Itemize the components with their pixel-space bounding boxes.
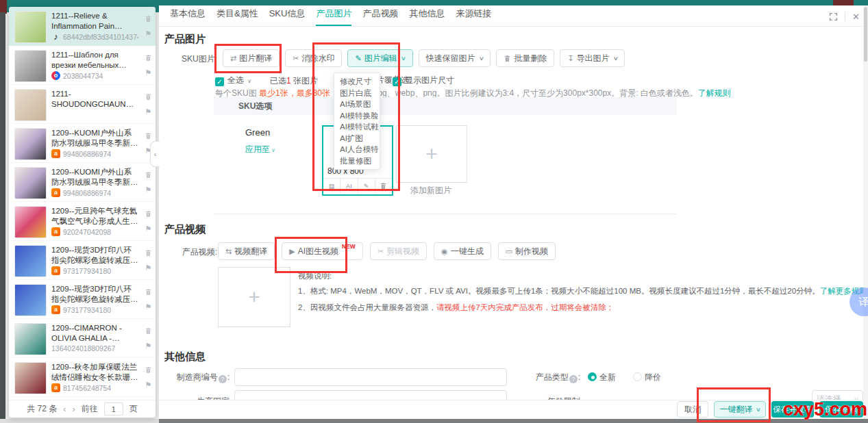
delete-icon[interactable]: [145, 169, 152, 181]
delete-icon[interactable]: [145, 364, 152, 376]
video-upload-box[interactable]: +: [218, 267, 290, 327]
rules-link[interactable]: 了解规则: [698, 88, 731, 98]
remove-watermark-button[interactable]: ✂消除水印: [285, 49, 342, 67]
one-click-translate-button[interactable]: 一键翻译∨: [714, 401, 766, 418]
product-thumbnail: [14, 245, 47, 277]
edit-menu-item[interactable]: 修改尺寸: [334, 76, 380, 88]
flag-icon[interactable]: ⚑: [145, 264, 152, 272]
apply-to-link[interactable]: 应用至∨: [245, 144, 275, 155]
info-icon: ?: [219, 375, 227, 383]
ai-image-to-video-button[interactable]: ▶AI图生视频NEW: [282, 242, 363, 260]
flag-icon[interactable]: ⚑: [145, 381, 152, 389]
product-thumbnail: [14, 11, 47, 43]
export-images-button[interactable]: ↧导出图片∨: [560, 49, 625, 67]
flag-icon[interactable]: ⚑: [145, 186, 152, 194]
manufacturer-input[interactable]: [234, 368, 507, 386]
ozon-icon: o: [51, 71, 60, 80]
delete-icon[interactable]: [145, 247, 152, 259]
tab-5[interactable]: 产品视频: [362, 8, 398, 26]
next-page-icon[interactable]: ›: [73, 404, 75, 414]
list-item[interactable]: 1209--KUOMI户外山系防水羽绒服马甲冬季新款白鸭绒外套男女情侣...a9…: [9, 163, 156, 202]
checkbox-icon: ✓: [393, 77, 401, 86]
scrollbar-thumb[interactable]: [864, 7, 867, 62]
flag-icon[interactable]: ⚑: [145, 225, 152, 233]
edit-menu-item[interactable]: AI模特换脸: [334, 110, 380, 122]
show-size-checkbox[interactable]: ✓显示图片尺寸: [393, 75, 454, 86]
image-edit-button[interactable]: ✎图片编辑∨: [347, 49, 412, 67]
product-thumbnail: [14, 167, 47, 199]
tab-6[interactable]: 其他信息: [409, 8, 445, 26]
product-id-row: a973177934180: [51, 266, 138, 275]
product-video-label: 产品视频:: [159, 246, 217, 258]
add-image-card[interactable]: +: [396, 125, 467, 183]
edit-menu-item[interactable]: 批量修图: [334, 155, 380, 167]
product-thumbnail: [14, 206, 47, 238]
list-item[interactable]: 1209--KUOMI户外山系防水羽绒服马甲冬季新款白鸭绒外套男女情侣...a9…: [9, 124, 156, 163]
cancel-button[interactable]: 取消: [677, 401, 708, 418]
delete-icon[interactable]: [145, 325, 152, 337]
list-item[interactable]: 1211--Relieve & Inflammation Pain Instan…: [9, 7, 156, 46]
fullscreen-icon[interactable]: [829, 12, 838, 21]
one-click-generate-button[interactable]: ◉一键生成: [434, 242, 491, 260]
close-icon[interactable]: ✕: [852, 12, 860, 22]
batch-delete-button[interactable]: 批量删除: [496, 49, 554, 67]
list-item[interactable]: 1209--CIMARRON - OLIVIA GHALIA - Pantalo…: [9, 319, 156, 358]
pen-icon[interactable]: ✎: [358, 179, 375, 193]
product-id-row: a817456248754: [51, 383, 138, 392]
quick-keep-images-button[interactable]: 快速保留图片∨: [419, 49, 491, 67]
sidebar-collapse-handle[interactable]: ‹: [150, 141, 160, 167]
list-item[interactable]: 1211-SHOUDONGCHAUNGJIAN 111⚑: [9, 85, 156, 124]
list-item[interactable]: 1209--秋冬加厚保暖法兰绒情侣睡袍女冬长款珊瑚绒浴袍男士加大码...a817…: [9, 358, 156, 397]
flag-icon[interactable]: ⚑: [145, 342, 152, 350]
scrollbar[interactable]: [863, 5, 868, 419]
flag-icon[interactable]: ⚑: [145, 69, 152, 77]
make-video-button[interactable]: ▭制作视频: [498, 242, 556, 260]
image-icon[interactable]: ▤: [323, 179, 340, 193]
delete-icon[interactable]: [145, 286, 152, 298]
product-id-row: o2038044734: [51, 71, 138, 80]
browser-corner-left: [0, 0, 7, 14]
tab-3[interactable]: SKU信息: [269, 8, 306, 26]
tab-7[interactable]: 来源链接: [456, 8, 491, 26]
delete-icon[interactable]: [145, 52, 152, 64]
chevron-down-icon: ∨: [478, 55, 484, 62]
edit-menu-item[interactable]: AI人台模特: [334, 144, 380, 155]
product-info: 1209--CIMARRON - OLIVIA GHALIA - Pantalo…: [51, 323, 138, 355]
list-item[interactable]: 1209--元旦跨年气球充氦气飘空气球心形成人生日布置商场仪式感放...a920…: [9, 202, 156, 241]
product-id-row: a973177934180: [51, 305, 138, 314]
delete-icon[interactable]: [145, 13, 152, 25]
product-info: 1209--现货3D打印八环指尖陀螺彩色旋转减压指环星际解压盘创意新...a97…: [51, 284, 138, 316]
delete-icon[interactable]: [145, 130, 152, 142]
edit-menu-item[interactable]: AI模特试鞋: [334, 121, 380, 133]
tab-4[interactable]: 产品图片: [316, 8, 351, 26]
product-thumbnail: [14, 323, 47, 355]
product-info: 1211--Relieve & Inflammation Pain Instan…: [51, 11, 138, 42]
radio-new[interactable]: 全新: [588, 372, 616, 383]
item-actions: ⚑: [143, 89, 153, 120]
sku-options-header: SKU选项: [214, 97, 677, 115]
edit-menu-item[interactable]: 图片白底: [334, 88, 380, 99]
prev-page-icon[interactable]: ‹: [63, 404, 66, 414]
flag-icon[interactable]: ⚑: [145, 108, 152, 116]
flag-icon[interactable]: ⚑: [145, 303, 152, 311]
pagination: 共 72 条 ‹ › 前往 页: [9, 400, 156, 418]
tab-2[interactable]: 类目&属性: [216, 8, 258, 26]
ai-icon[interactable]: AI: [340, 179, 358, 193]
select-all-checkbox[interactable]: ✓全选 ∨: [215, 75, 251, 86]
delete-icon[interactable]: [145, 91, 152, 103]
page-input[interactable]: [104, 402, 123, 415]
list-item[interactable]: 1209--现货3D打印八环指尖陀螺彩色旋转减压指环星际解压盘创意新...a97…: [9, 280, 156, 319]
tab-1[interactable]: 基本信息: [170, 8, 206, 26]
list-item[interactable]: 1209--现货3D打印八环指尖陀螺彩色旋转减压指环星际解压盘创意新...a97…: [9, 241, 156, 280]
trash-icon[interactable]: [375, 179, 392, 193]
edit-menu-item[interactable]: AI扩图: [334, 133, 380, 144]
chevron-down-icon: ∨: [271, 147, 275, 153]
delete-icon[interactable]: [145, 208, 152, 220]
chevron-down-icon[interactable]: ∨: [247, 78, 251, 84]
radio-discount[interactable]: 降价: [633, 372, 661, 383]
list-item[interactable]: 1211--Шаблон для врезки мебельных петель…: [9, 46, 156, 85]
image-translate-button[interactable]: ⇄图片翻译: [223, 49, 280, 67]
video-translate-button[interactable]: ⇆视频翻译: [218, 242, 275, 260]
flag-icon[interactable]: ⚑: [145, 30, 152, 38]
edit-menu-item[interactable]: AI场景图: [334, 99, 380, 110]
